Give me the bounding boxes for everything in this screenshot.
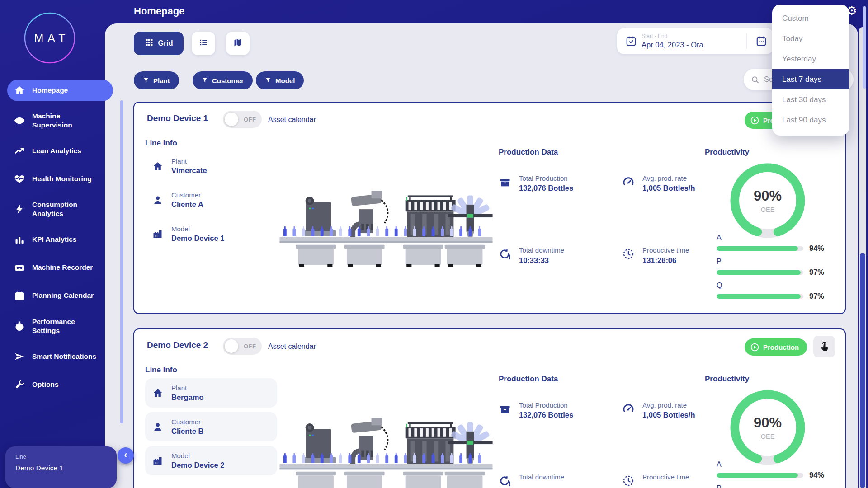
- logo-text: MAT: [24, 12, 76, 64]
- metric-label: Productive time: [642, 246, 689, 255]
- paper-plane-icon: [14, 351, 25, 362]
- sidebar-scrollbar-thumb[interactable]: [120, 100, 123, 423]
- production-button[interactable]: Production: [745, 338, 807, 356]
- date-range-value: Apr 04, 2023 - Ora: [642, 41, 703, 49]
- filter-label: Model: [275, 77, 295, 84]
- productivity-bar-a: A94%: [717, 234, 825, 253]
- filter-button-customer[interactable]: Customer: [193, 71, 253, 89]
- line-popover-label: Line: [15, 454, 117, 460]
- oee-gauge-value: 90%: [754, 415, 782, 431]
- box-icon: [499, 176, 511, 188]
- line-info-row-model: Model Demo Device 2: [145, 446, 277, 475]
- metric-label: Productive time: [642, 473, 689, 482]
- sidebar-item-planning-calendar[interactable]: Planning Calendar: [7, 285, 113, 307]
- metric-total-downtime: Total downtime 10:33:33: [499, 246, 614, 264]
- sidebar-collapse-button[interactable]: ‹: [118, 447, 134, 464]
- device-toggle[interactable]: OFF: [223, 111, 262, 128]
- productivity-bar-a: A94%: [717, 460, 825, 479]
- grid-view-label: Grid: [158, 39, 173, 47]
- grid-icon: [145, 38, 154, 49]
- period-option-yesterday[interactable]: Yesterday: [772, 49, 849, 69]
- sidebar-item-smart-notifications[interactable]: Smart Notifications: [7, 346, 113, 367]
- metric-total-production: Total Production 132,076 Bottles: [499, 174, 614, 192]
- line-info-label: Customer: [171, 418, 204, 426]
- grid-view-button[interactable]: Grid: [134, 32, 184, 55]
- home-icon: [152, 388, 163, 399]
- line-info-rows: Plant Bergamo Customer Cliente B Model D…: [145, 378, 277, 480]
- map-view-button[interactable]: [226, 32, 250, 55]
- bar-fill: [717, 473, 798, 478]
- period-option-today[interactable]: Today: [772, 28, 849, 49]
- line-info-rows: Plant Vimercate Customer Cliente A Model…: [145, 151, 277, 253]
- line-info-value: Cliente B: [171, 427, 204, 436]
- wrench-icon: [14, 379, 25, 390]
- bar-track: [717, 270, 803, 275]
- period-option-custom[interactable]: Custom: [772, 8, 849, 28]
- bar-value: 94%: [809, 244, 824, 253]
- gear-icon[interactable]: ⚙: [846, 4, 857, 18]
- asset-calendar-link[interactable]: Asset calendar: [268, 343, 316, 351]
- sidebar-item-performance-settings[interactable]: Performance Settings: [7, 313, 113, 339]
- period-option-last-7-days[interactable]: Last 7 days: [772, 69, 849, 89]
- oee-gauge-value: 90%: [754, 188, 782, 204]
- device-toggle[interactable]: OFF: [223, 338, 262, 355]
- production-button-label: Production: [763, 343, 799, 351]
- calendar-icon: [14, 290, 25, 302]
- period-option-last-90-days[interactable]: Last 90 days: [772, 110, 849, 130]
- sidebar-item-options[interactable]: Options: [7, 374, 113, 395]
- bar-label: Q: [717, 282, 825, 290]
- productivity-bar-p: P97%: [717, 258, 825, 277]
- line-info-title: Line Info: [145, 366, 177, 375]
- calendar-check-icon: [625, 35, 637, 47]
- bar-chart-icon: [14, 234, 25, 246]
- toggle-knob-icon: [225, 339, 238, 353]
- metric-value: 132,076 Bottles: [519, 411, 573, 419]
- sidebar-item-label: KPI Analytics: [32, 235, 77, 244]
- eye-icon: [14, 115, 25, 127]
- bar-track: [717, 473, 803, 478]
- date-range-label: Start - End: [642, 33, 703, 39]
- bar-label: P: [717, 484, 825, 488]
- metric-label: Total downtime: [519, 473, 564, 482]
- sidebar-item-health-monitoring[interactable]: Health Monitoring: [7, 168, 113, 190]
- period-option-last-30-days[interactable]: Last 30 days: [772, 89, 849, 110]
- funnel-icon: [202, 77, 208, 84]
- sidebar-item-homepage[interactable]: Homepage: [7, 80, 113, 101]
- toggle-state-label: OFF: [244, 116, 256, 123]
- line-info-label: Customer: [171, 191, 203, 199]
- sidebar-item-kpi-analytics[interactable]: KPI Analytics: [7, 229, 113, 251]
- page-title: Homepage: [134, 5, 184, 17]
- sidebar-item-machine-recorder[interactable]: Machine Recorder: [7, 257, 113, 279]
- metric-value: 10:33:33: [519, 256, 564, 265]
- metric-value: 132,076 Bottles: [519, 184, 573, 192]
- list-view-button[interactable]: [192, 32, 215, 55]
- page-scrollbar-thumb[interactable]: [860, 253, 865, 488]
- sidebar-item-consumption-analytics[interactable]: Consumption Analytics: [7, 196, 113, 222]
- box-icon: [499, 403, 511, 415]
- bottling-line-illustration: [278, 178, 494, 271]
- asset-calendar-link[interactable]: Asset calendar: [268, 116, 316, 124]
- funnel-icon: [143, 77, 149, 84]
- metric-label: Avg. prod. rate: [642, 174, 695, 183]
- device-card-1: Demo Device 1 OFF Asset calendar Product…: [133, 102, 846, 314]
- sidebar-item-lean-analytics[interactable]: Lean Analytics: [7, 140, 113, 162]
- calendar-range-icon[interactable]: [755, 35, 767, 47]
- person-icon: [152, 422, 163, 432]
- date-range-picker[interactable]: Start - End Apr 04, 2023 - Ora: [617, 28, 774, 54]
- home-icon: [152, 161, 163, 172]
- line-info-label: Model: [171, 225, 224, 233]
- search-icon: [751, 75, 760, 84]
- device-card-title: Demo Device 1: [147, 113, 208, 123]
- device-card-title: Demo Device 2: [147, 340, 208, 350]
- productivity-bar-p: P: [717, 484, 825, 488]
- select-device-button[interactable]: [813, 336, 835, 357]
- filter-button-plant[interactable]: Plant: [134, 71, 179, 89]
- factory-icon: [152, 229, 163, 239]
- filter-button-model[interactable]: Model: [256, 71, 304, 89]
- sidebar-item-machine-supervision[interactable]: Machine Supervision: [7, 108, 113, 134]
- speedometer-icon: [622, 176, 635, 188]
- play-circle-icon: [750, 343, 760, 352]
- production-data-title: Production Data: [499, 148, 558, 157]
- period-dropdown-scrollbar[interactable]: [863, 6, 866, 89]
- oee-gauge-label: OEE: [761, 433, 775, 440]
